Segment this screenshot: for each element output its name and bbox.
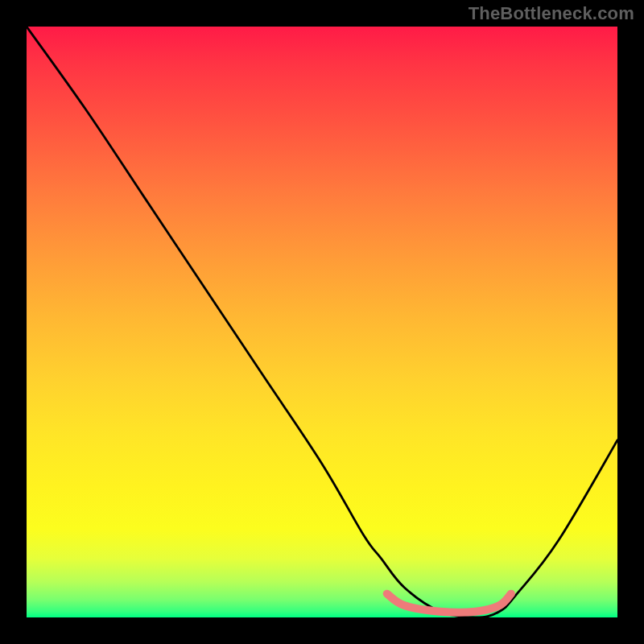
bottleneck-curve-path [27,27,617,617]
highlight-band-path [387,594,511,613]
curve-svg [27,27,617,617]
chart-frame: TheBottleneck.com [0,0,644,644]
plot-area [27,27,617,617]
watermark-text: TheBottleneck.com [469,3,634,24]
